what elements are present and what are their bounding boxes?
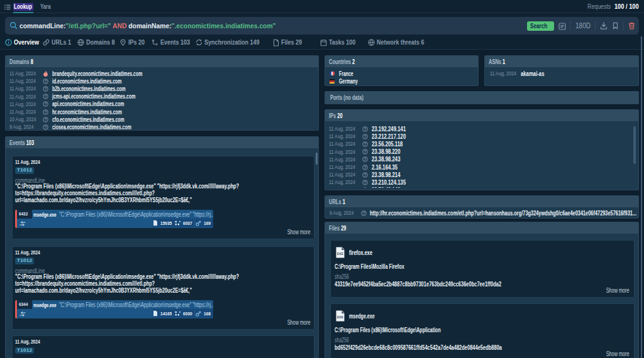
svg-text:?: ? — [364, 165, 367, 169]
svg-text:?: ? — [45, 79, 47, 84]
svg-text:?: ? — [45, 117, 47, 122]
svg-text:?: ? — [364, 149, 367, 154]
svg-text:?: ? — [45, 125, 47, 129]
svg-text:EXE: EXE — [337, 252, 343, 256]
svg-text:?: ? — [45, 109, 47, 114]
svg-text:?: ? — [364, 157, 367, 161]
svg-text:?: ? — [364, 142, 367, 146]
svg-text:?: ? — [45, 102, 47, 106]
svg-text:?: ? — [363, 210, 365, 215]
svg-text:?: ? — [45, 94, 47, 99]
svg-text:?: ? — [364, 134, 367, 139]
svg-text:?: ? — [364, 126, 367, 131]
svg-text:?: ? — [364, 173, 367, 177]
svg-text:?: ? — [364, 180, 367, 185]
svg-text:EXE: EXE — [337, 316, 343, 319]
svg-text:?: ? — [45, 87, 47, 91]
